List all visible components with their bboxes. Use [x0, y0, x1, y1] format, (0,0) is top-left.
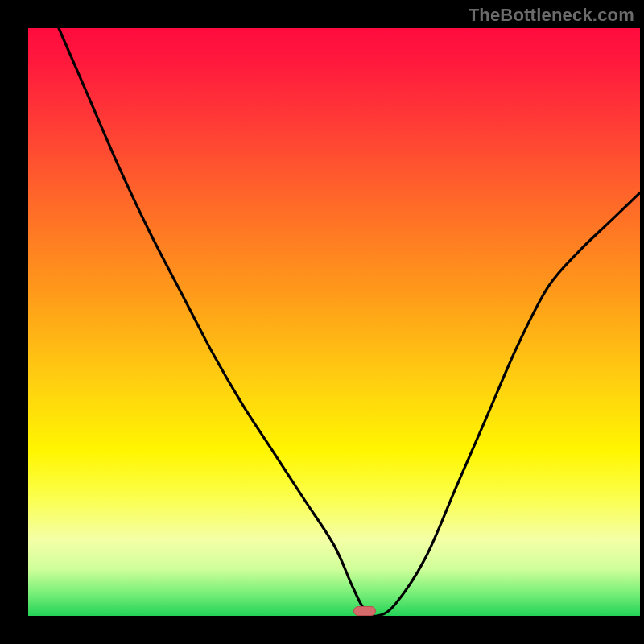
bottleneck-curve — [28, 28, 640, 616]
watermark-text: TheBottleneck.com — [469, 5, 634, 26]
plot-area — [28, 28, 640, 616]
optimal-point-marker — [353, 606, 376, 616]
chart-container: TheBottleneck.com — [0, 0, 644, 644]
